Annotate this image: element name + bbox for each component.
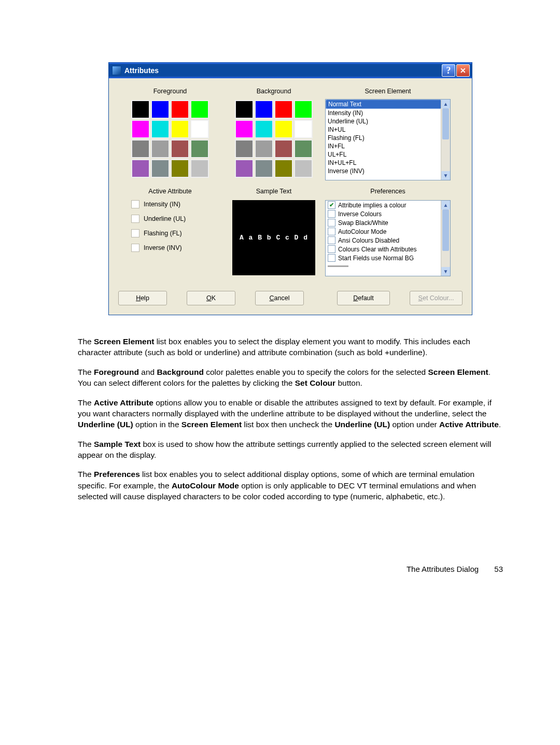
color-swatch[interactable] (171, 120, 189, 138)
color-swatch[interactable] (190, 139, 209, 158)
checkbox-icon[interactable] (131, 229, 139, 237)
color-swatch[interactable] (171, 159, 189, 178)
color-swatch[interactable] (190, 100, 209, 119)
color-swatch[interactable] (255, 120, 273, 138)
screen-element-item[interactable]: IN+FL (326, 142, 450, 150)
screen-element-item[interactable]: IN+UL (326, 125, 450, 134)
color-swatch[interactable] (151, 120, 170, 138)
color-swatch[interactable] (294, 159, 313, 178)
button-label-letter: D (353, 294, 358, 302)
background-palette (234, 99, 314, 179)
color-swatch[interactable] (255, 139, 273, 158)
checkbox-icon[interactable] (131, 200, 139, 208)
preference-item[interactable]: Colours Clear with Attributes (326, 245, 450, 254)
active-attribute-item[interactable]: Inverse (INV) (131, 244, 209, 252)
color-swatch[interactable] (235, 139, 254, 158)
preferences-listbox[interactable]: ✔Attribute implies a colourInverse Colou… (325, 200, 451, 276)
checkbox-icon[interactable]: ✔ (328, 201, 335, 209)
sample-text-value: A a B b C c D d (240, 234, 308, 242)
scroll-up-icon[interactable]: ▲ (441, 100, 450, 108)
screen-element-listbox[interactable]: Normal TextIntensity (IN)Underline (UL)I… (325, 99, 451, 180)
foreground-label: Foreground (153, 88, 187, 95)
screen-element-item[interactable]: Underline (UL) (326, 117, 450, 125)
preference-item[interactable]: ✔Attribute implies a colour (326, 201, 450, 209)
checkbox-icon[interactable] (131, 215, 139, 223)
color-swatch[interactable] (171, 139, 189, 158)
body-text: The Screen Element list box enables you … (78, 336, 503, 502)
color-swatch[interactable] (151, 159, 170, 178)
checkbox-icon[interactable] (328, 210, 335, 218)
preference-label: Ansi Colours Disabled (338, 237, 399, 244)
preference-item[interactable]: Swap Black/White (326, 218, 450, 227)
scrollbar[interactable]: ▲ ▼ (441, 100, 450, 180)
scroll-thumb[interactable] (442, 108, 449, 139)
paragraph: The Screen Element list box enables you … (78, 336, 503, 358)
sample-text-box: A a B b C c D d (232, 200, 315, 275)
color-swatch[interactable] (190, 159, 209, 178)
active-attribute-label: Inverse (INV) (144, 244, 182, 251)
preferences-label: Preferences (370, 188, 405, 195)
color-swatch[interactable] (151, 100, 170, 119)
default-button[interactable]: Default (337, 291, 390, 305)
color-swatch[interactable] (131, 159, 150, 178)
preference-label: Swap Black/White (338, 219, 388, 227)
preference-label: Inverse Colours (338, 210, 382, 218)
set-colour-button[interactable]: Set Colour... (410, 291, 463, 305)
color-swatch[interactable] (131, 139, 150, 158)
color-swatch[interactable] (294, 100, 313, 119)
color-swatch[interactable] (294, 139, 313, 158)
scroll-down-icon[interactable]: ▼ (441, 267, 450, 276)
color-swatch[interactable] (235, 120, 254, 138)
scroll-thumb[interactable] (442, 209, 449, 251)
checkbox-icon[interactable] (328, 245, 335, 253)
screen-element-item[interactable]: Intensity (IN) (326, 109, 450, 117)
screen-element-item[interactable]: Normal Text (326, 100, 450, 109)
list-item-cutoff: ▬▬▬▬ (326, 262, 450, 268)
color-swatch[interactable] (294, 120, 313, 138)
color-swatch[interactable] (131, 100, 150, 119)
checkbox-icon[interactable] (328, 254, 335, 262)
screen-element-item[interactable]: Inverse (INV) (326, 167, 450, 175)
active-attribute-label: Intensity (IN) (144, 201, 180, 208)
color-swatch[interactable] (235, 100, 254, 119)
preference-item[interactable]: AutoColour Mode (326, 227, 450, 236)
color-swatch[interactable] (131, 120, 150, 138)
color-swatch[interactable] (235, 159, 254, 178)
active-attribute-item[interactable]: Flashing (FL) (131, 229, 209, 237)
active-attribute-item[interactable]: Underline (UL) (131, 215, 209, 223)
checkbox-icon[interactable] (131, 244, 139, 252)
paragraph: The Active Attribute options allow you t… (78, 397, 503, 430)
footer-section: The Attributes Dialog (407, 565, 479, 573)
color-swatch[interactable] (274, 139, 293, 158)
color-swatch[interactable] (274, 100, 293, 119)
color-swatch[interactable] (274, 120, 293, 138)
scroll-down-icon[interactable]: ▼ (441, 171, 450, 180)
screen-element-item[interactable]: UL+FL (326, 150, 450, 159)
preference-item[interactable]: Inverse Colours (326, 209, 450, 218)
color-swatch[interactable] (190, 120, 209, 138)
color-swatch[interactable] (151, 139, 170, 158)
color-swatch[interactable] (255, 100, 273, 119)
checkbox-icon[interactable] (328, 219, 335, 227)
active-attribute-item[interactable]: Intensity (IN) (131, 200, 209, 208)
screen-element-item[interactable]: IN+UL+FL (326, 159, 450, 167)
color-swatch[interactable] (255, 159, 273, 178)
close-icon[interactable]: ✕ (456, 64, 470, 77)
preference-item[interactable]: Ansi Colours Disabled (326, 236, 450, 245)
screen-element-item[interactable]: Flashing (FL) (326, 134, 450, 142)
active-attribute-label: Flashing (FL) (144, 230, 182, 237)
scroll-up-icon[interactable]: ▲ (441, 201, 450, 209)
color-swatch[interactable] (274, 159, 293, 178)
checkbox-icon[interactable] (328, 228, 335, 235)
scrollbar[interactable]: ▲ ▼ (441, 201, 450, 276)
active-attribute-label: Active Attribute (148, 188, 191, 195)
help-button[interactable]: Help (118, 291, 167, 305)
preference-item[interactable]: Start Fields use Normal BG (326, 254, 450, 262)
checkbox-icon[interactable] (328, 236, 335, 244)
help-icon[interactable]: ? (442, 64, 455, 77)
button-label-letter: C (270, 294, 274, 302)
ok-button[interactable]: OK (187, 291, 235, 305)
preference-label: Colours Clear with Attributes (338, 246, 416, 253)
color-swatch[interactable] (171, 100, 189, 119)
cancel-button[interactable]: Cancel (255, 291, 304, 305)
